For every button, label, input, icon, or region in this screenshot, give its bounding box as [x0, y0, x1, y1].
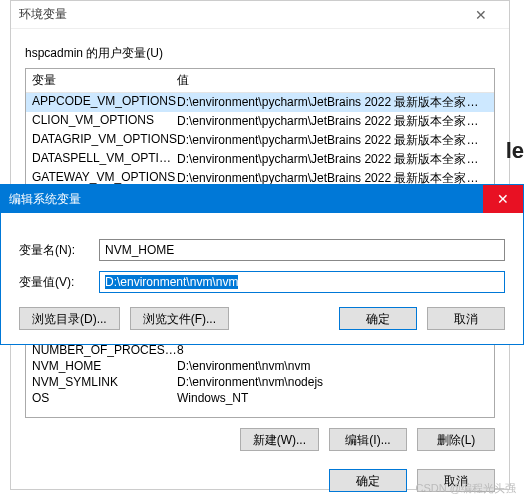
table-row[interactable]: OSWindows_NT [26, 390, 494, 406]
edit-cancel-button[interactable]: 取消 [427, 307, 505, 330]
table-row[interactable]: CLION_VM_OPTIONSD:\environment\pycharm\J… [26, 112, 494, 131]
delete-sysvar-button[interactable]: 删除(L) [417, 428, 495, 451]
background-fragment: le [506, 138, 524, 164]
close-icon[interactable]: ✕ [461, 1, 501, 29]
var-name-label: 变量名(N): [19, 242, 99, 259]
table-row[interactable]: DATASPELL_VM_OPTIONSD:\environment\pycha… [26, 150, 494, 169]
col-value: 值 [177, 72, 488, 89]
table-row[interactable]: DATAGRIP_VM_OPTIONSD:\environment\pychar… [26, 131, 494, 150]
browse-dir-button[interactable]: 浏览目录(D)... [19, 307, 120, 330]
col-variable: 变量 [32, 72, 177, 89]
var-value-label: 变量值(V): [19, 274, 99, 291]
var-name-input[interactable]: NVM_HOME [99, 239, 505, 261]
user-vars-label: hspcadmin 的用户变量(U) [25, 45, 495, 62]
list-header: 变量 值 [26, 69, 494, 93]
env-dialog-titlebar: 环境变量 ✕ [11, 1, 509, 29]
table-row[interactable]: NVM_HOMED:\environment\nvm\nvm [26, 358, 494, 374]
env-ok-button[interactable]: 确定 [329, 469, 407, 492]
table-row[interactable]: NVM_SYMLINKD:\environment\nvm\nodejs [26, 374, 494, 390]
browse-file-button[interactable]: 浏览文件(F)... [130, 307, 229, 330]
user-vars-list[interactable]: 变量 值 APPCODE_VM_OPTIONSD:\environment\py… [25, 68, 495, 186]
edit-dialog-title: 编辑系统变量 [9, 191, 483, 208]
watermark: CSDN @编程光头强 [416, 481, 516, 496]
edit-system-variable-dialog: 编辑系统变量 ✕ 变量名(N): NVM_HOME 变量值(V): D:\env… [0, 184, 524, 345]
edit-ok-button[interactable]: 确定 [339, 307, 417, 330]
edit-sysvar-button[interactable]: 编辑(I)... [329, 428, 407, 451]
new-sysvar-button[interactable]: 新建(W)... [240, 428, 319, 451]
close-icon[interactable]: ✕ [483, 185, 523, 213]
env-dialog-title: 环境变量 [19, 6, 461, 23]
table-row[interactable]: APPCODE_VM_OPTIONSD:\environment\pycharm… [26, 93, 494, 112]
edit-dialog-titlebar: 编辑系统变量 ✕ [1, 185, 523, 213]
var-value-input[interactable]: D:\environment\nvm\nvm [99, 271, 505, 293]
